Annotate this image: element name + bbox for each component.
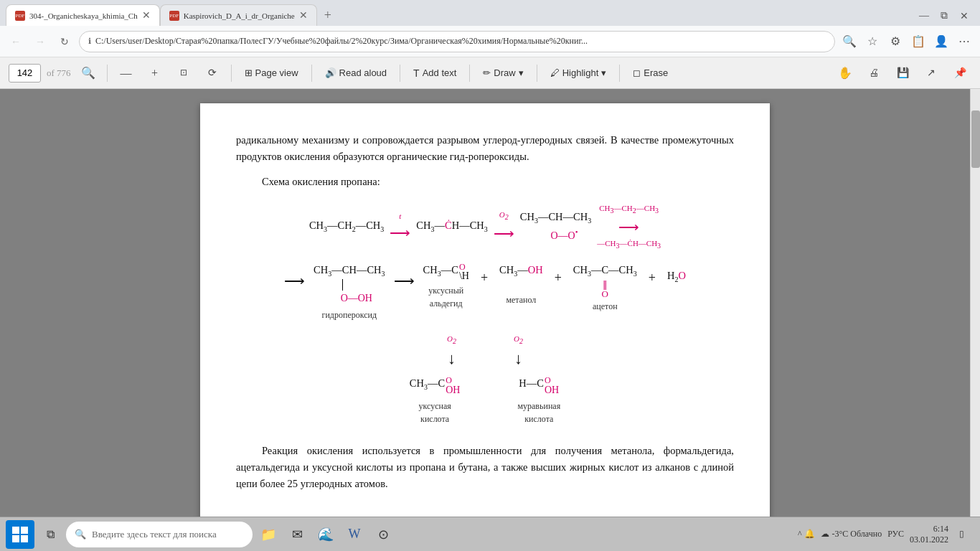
draw-icon: ✏: [483, 67, 491, 78]
save-button[interactable]: 💾: [891, 62, 914, 84]
weather-icon: ☁: [821, 529, 829, 540]
taskbar-chrome-icon[interactable]: ⊙: [370, 522, 396, 547]
arrow-down-2: O2 ↓: [514, 333, 523, 370]
svg-rect-2: [12, 535, 19, 542]
zoom-out-button[interactable]: —: [115, 62, 138, 84]
task-view-button[interactable]: ⧉: [37, 522, 63, 547]
print-button[interactable]: 🖨: [862, 62, 885, 84]
back-button[interactable]: ←: [6, 32, 26, 52]
add-text-icon: T: [413, 67, 420, 79]
tab-icon-1: PDF: [15, 11, 25, 21]
add-text-button[interactable]: T Add text: [407, 62, 462, 84]
hydroperoxide-compound: CH3—CH—CH3 O—OH гидропероксид: [314, 263, 385, 321]
divider-7: [619, 65, 620, 82]
browser-frame: PDF 304-_Organicheskaya_khimia_Ch ✕ PDF …: [0, 0, 980, 551]
divider-6: [537, 65, 537, 82]
para-3: Реакция окисления используется в промышл…: [236, 443, 734, 493]
plus-1: +: [481, 268, 488, 288]
taskbar-explorer-icon[interactable]: 📁: [255, 522, 281, 547]
forward-button[interactable]: →: [30, 32, 50, 52]
svg-rect-1: [21, 527, 28, 534]
erase-button[interactable]: ◻ Erase: [627, 62, 674, 84]
divider-4: [400, 65, 400, 82]
peroxy-radical: CH3—CH—CH3 O—O•: [520, 209, 591, 243]
arrow-down-1: O2 ↓: [447, 333, 456, 370]
weather-text: -3°C Облачно: [832, 529, 882, 540]
acids-row: CH3—C O OH уксусная кислота H—: [236, 376, 734, 425]
collections-icon[interactable]: 📋: [908, 32, 928, 52]
pin-button[interactable]: 📌: [948, 62, 971, 84]
taskbar-browser-icon[interactable]: 🌊: [313, 522, 339, 547]
divider-3: [311, 65, 312, 82]
rotate-button[interactable]: ⟳: [201, 62, 224, 84]
read-aloud-button[interactable]: 🔊 Read aloud: [319, 62, 393, 84]
reaction-row-1: CH3—CH2—CH3 t ⟶ CH3—ĊH—CH3 O2 ⟶ CH3—CH—C…: [236, 202, 734, 251]
pdf-page: радикальному механизму и сопровождается …: [200, 103, 770, 517]
settings-icon[interactable]: ⚙: [885, 32, 905, 52]
acetic-aldehyde-label: уксусный альдегид: [428, 284, 463, 310]
divider-5: [469, 65, 470, 82]
erase-icon: ◻: [633, 67, 641, 78]
para-1: радикальному механизму и сопровождается …: [236, 132, 734, 165]
search-bar[interactable]: 🔍 Введите здесь текст для поиска: [66, 522, 253, 547]
favorites-icon[interactable]: ☆: [862, 32, 882, 52]
clock-time: 6:14: [910, 524, 948, 534]
pdf-content[interactable]: радикальному механизму и сопровождается …: [0, 89, 970, 517]
methanol-compound: CH3—OH метанол: [499, 263, 543, 306]
tab-bar: PDF 304-_Organicheskaya_khimia_Ch ✕ PDF …: [0, 0, 980, 26]
scheme-title: Схема окисления пропана:: [236, 174, 734, 190]
system-tray: ^ 🔔 ☁ -3°C Облачно РУС 6:14 03.01.2022 ▯: [792, 522, 974, 547]
propane: CH3—CH2—CH3: [309, 218, 384, 235]
taskbar: ⧉ 🔍 Введите здесь текст для поиска 📁 ✉ 🌊…: [0, 517, 980, 551]
page-view-button[interactable]: ⊞ Page view: [239, 62, 304, 84]
lang-indicator: РУС: [887, 529, 904, 540]
fit-page-button[interactable]: ⊡: [172, 62, 195, 84]
show-desktop-button[interactable]: ▯: [954, 522, 969, 547]
clock-date: 03.01.2022: [910, 534, 948, 545]
acetone-compound: CH3—C—CH3 ‖ O ацетон: [573, 263, 637, 313]
divider-1: [107, 65, 108, 82]
acetic-aldehyde-compound: CH3—C O \H уксусный альдегид: [423, 263, 469, 310]
scrollbar-thumb[interactable]: [971, 110, 980, 168]
highlight-button[interactable]: 🖊 Highlight ▾: [545, 62, 613, 84]
tab-label-2: Kaspirovich_D_A_i_dr_Organiche: [184, 11, 295, 20]
minimize-button[interactable]: —: [914, 6, 934, 26]
plus-3: +: [649, 268, 656, 288]
refresh-button[interactable]: ↻: [55, 32, 75, 52]
highlight-chevron: ▾: [601, 67, 606, 78]
radical-1: CH3—ĊH—CH3: [416, 218, 487, 235]
search-pdf-button[interactable]: 🔍: [77, 62, 100, 84]
new-tab-button[interactable]: +: [317, 4, 339, 26]
draw-button[interactable]: ✏ Draw ▾: [477, 62, 529, 84]
address-bar: ← → ↻ ℹ C:/Users/user/Desktop/Старая%20п…: [0, 26, 980, 57]
tab-close-1[interactable]: ✕: [142, 9, 151, 22]
restore-button[interactable]: ⧉: [934, 6, 954, 26]
zoom-in-button[interactable]: +: [143, 62, 166, 84]
share-button[interactable]: ↗: [920, 62, 943, 84]
search-icon[interactable]: 🔍: [839, 32, 859, 52]
divider-2: [231, 65, 232, 82]
formic-acid-compound: H—C O OH муравьиная кислота: [517, 376, 560, 425]
start-button[interactable]: [6, 520, 34, 549]
acetone-label: ацетон: [593, 300, 618, 313]
profile-icon[interactable]: 👤: [931, 32, 951, 52]
more-icon[interactable]: ⋯: [954, 32, 974, 52]
weather-widget: ☁ -3°C Облачно: [821, 529, 882, 540]
url-bar[interactable]: ℹ C:/Users/user/Desktop/Старая%20папка/П…: [79, 31, 835, 52]
tab-close-2[interactable]: ✕: [299, 9, 308, 22]
clock: 6:14 03.01.2022: [910, 524, 948, 545]
tab-2[interactable]: PDF Kaspirovich_D_A_i_dr_Organiche ✕: [160, 4, 317, 26]
page-number-input[interactable]: [9, 64, 41, 83]
hand-tool-button[interactable]: ✋: [834, 62, 857, 84]
main-area: радикальному механизму и сопровождается …: [0, 89, 980, 517]
highlight-icon: 🖊: [550, 67, 560, 78]
taskbar-word-icon[interactable]: W: [341, 522, 367, 547]
close-button[interactable]: ✕: [954, 6, 974, 26]
taskbar-email-icon[interactable]: ✉: [284, 522, 310, 547]
scrollbar[interactable]: [970, 89, 980, 517]
tab-1[interactable]: PDF 304-_Organicheskaya_khimia_Ch ✕: [6, 4, 160, 26]
acetic-acid-compound: CH3—C O OH уксусная кислота: [410, 376, 461, 425]
hydroperoxide-label: гидропероксид: [322, 309, 377, 321]
water: H2O: [667, 268, 686, 285]
url-info-icon: ℹ: [88, 37, 91, 46]
